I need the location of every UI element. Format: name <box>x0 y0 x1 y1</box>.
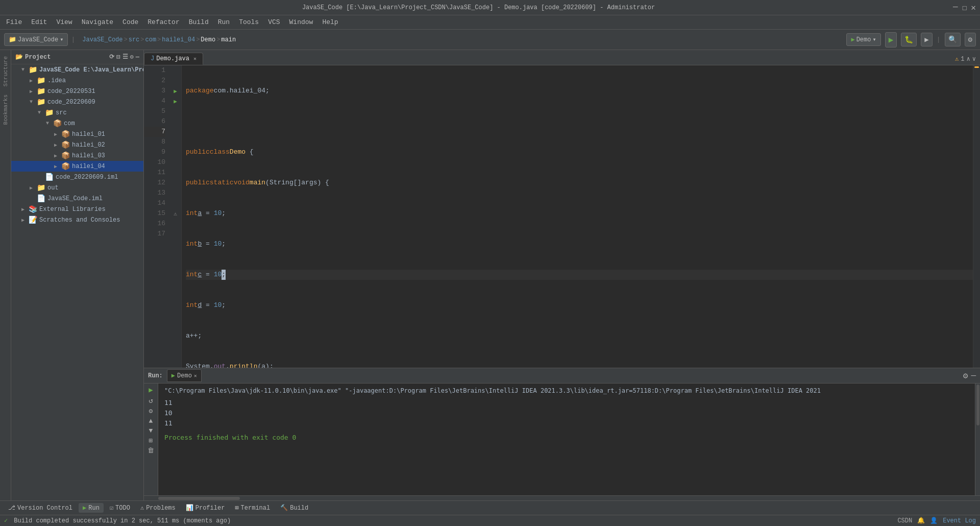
avatar-icon[interactable]: 👤 <box>930 517 938 524</box>
folder-icon: 📁 <box>9 36 16 43</box>
menu-refactor[interactable]: Refactor <box>143 17 183 28</box>
settings-run-icon[interactable]: ⚙ <box>963 371 968 381</box>
menu-view[interactable]: View <box>52 17 76 28</box>
run-tab-demo[interactable]: ▶ Demo ✕ <box>167 369 202 382</box>
run-scrollbar-thumb[interactable] <box>976 385 979 425</box>
run-config-selector[interactable]: ▶ Demo ▾ <box>846 33 880 46</box>
run-wrap-icon[interactable]: ⊞ <box>149 437 153 445</box>
tree-item-ext-libs[interactable]: ▶ 📚 External Libraries <box>11 204 143 214</box>
bottom-tool-terminal[interactable]: ⊞ Terminal <box>231 503 274 513</box>
warning-marker <box>974 66 979 68</box>
bottom-tool-todo[interactable]: ☑ TODO <box>106 503 134 513</box>
build-icon: 🔨 <box>280 504 288 512</box>
notification-icon[interactable]: 🔔 <box>917 517 925 524</box>
title-bar: JavaSE_Code [E:\Java_Learn\Project_CSDN\… <box>0 0 980 15</box>
menu-run[interactable]: Run <box>214 17 234 28</box>
tree-item-code-20220531[interactable]: ▶ 📁 code_20220531 <box>11 86 143 97</box>
csdn-status: CSDN <box>897 517 912 524</box>
run-scroll-down-icon[interactable]: ▼ <box>149 427 153 435</box>
tree-item-javasecode-iml[interactable]: ▶ 📄 JavaSE_Code.iml <box>11 193 143 204</box>
run-button[interactable]: ▶ <box>885 32 897 47</box>
debug-button[interactable]: 🐛 <box>901 33 917 46</box>
tab-bar: J Demo.java ✕ ⚠ 1 ∧ ∨ <box>144 50 980 65</box>
toolbar: 📁 JavaSE_Code ▾ | JavaSE_Code > src > co… <box>0 30 980 50</box>
search-everywhere-button[interactable]: 🔍 <box>945 33 961 46</box>
bottom-tool-run[interactable]: ▶ Run <box>79 503 104 513</box>
tree-item-scratches[interactable]: ▶ 📝 Scratches and Consoles <box>11 214 143 225</box>
terminal-icon: ⊞ <box>235 504 238 512</box>
menu-code[interactable]: Code <box>118 17 142 28</box>
menu-tools[interactable]: Tools <box>235 17 263 28</box>
menu-help[interactable]: Help <box>318 17 342 28</box>
run-output-10: 10 <box>164 408 969 418</box>
menu-edit[interactable]: Edit <box>27 17 51 28</box>
tree-item-code-20220609[interactable]: ▼ 📁 code_20220609 <box>11 97 143 107</box>
run-gutter-3[interactable]: ▶ <box>169 86 181 96</box>
expand-all-icon[interactable]: ☰ <box>122 53 128 61</box>
sync-icon[interactable]: ⟳ <box>109 53 114 61</box>
run-settings-icon[interactable]: ⚙ <box>149 407 153 415</box>
project-selector[interactable]: 📁 JavaSE_Code ▾ <box>4 33 68 46</box>
menu-build[interactable]: Build <box>185 17 213 28</box>
sidebar-header: 📂 Project ⟳ ⊟ ☰ ⚙ — <box>11 50 143 64</box>
menu-vcs[interactable]: VCS <box>264 17 284 28</box>
chevron-down-icon[interactable]: ∨ <box>972 55 976 63</box>
window-controls[interactable]: — ☐ ✕ <box>953 3 976 13</box>
tree-item-out[interactable]: ▶ 📁 out <box>11 182 143 193</box>
menu-navigate[interactable]: Navigate <box>78 17 117 28</box>
bottom-tool-problems[interactable]: ⚠ Problems <box>136 503 180 513</box>
bottom-tool-profiler[interactable]: 📊 Profiler <box>182 503 229 513</box>
code-line-10: System.out.println(a); <box>186 362 973 368</box>
title-text: JavaSE_Code [E:\Java_Learn\Project_CSDN\… <box>4 4 953 11</box>
run-h-scrollbar[interactable] <box>144 495 980 500</box>
event-log-link[interactable]: Event Log <box>943 517 976 524</box>
gear-icon[interactable]: ⚙ <box>130 53 134 61</box>
tree-item-iml[interactable]: ▶ 📄 code_20220609.iml <box>11 172 143 182</box>
run-play-icon[interactable]: ▶ <box>149 386 153 394</box>
maximize-button[interactable]: ☐ <box>962 3 967 13</box>
settings-button[interactable]: ⚙ <box>965 33 976 46</box>
bottom-tool-version-control[interactable]: ⎇ Version Control <box>4 503 77 513</box>
code-line-3: public class Demo { <box>186 147 973 157</box>
profiler-icon: 📊 <box>186 504 193 512</box>
tab-demo-java[interactable]: J Demo.java ✕ <box>144 53 203 65</box>
bottom-tool-build[interactable]: 🔨 Build <box>276 503 312 513</box>
close-icon[interactable]: — <box>136 54 139 61</box>
run-clear-icon[interactable]: 🗑 <box>148 447 154 455</box>
breadcrumb: JavaSE_Code > src > com > hailei_04 > De… <box>82 36 236 43</box>
coverage-button[interactable]: ▶ <box>921 33 932 46</box>
menu-window[interactable]: Window <box>285 17 317 28</box>
close-tab-icon[interactable]: ✕ <box>193 56 197 62</box>
run-scrollbar[interactable] <box>975 384 980 495</box>
code-line-6: int b = 10; <box>186 239 973 249</box>
tree-item-src[interactable]: ▼ 📁 src <box>11 107 143 118</box>
bottom-panel: Run: ▶ Demo ✕ ⚙ — ▶ ↺ <box>144 368 980 500</box>
code-content[interactable]: package com.hailei_04; public class Demo… <box>182 65 973 368</box>
menu-file[interactable]: File <box>2 17 26 28</box>
tree-item-hailei-03[interactable]: ▶ 📦 hailei_03 <box>11 150 143 161</box>
tree-item-root[interactable]: ▼ 📁 JavaSE_Code E:\Java_Learn\Proje... <box>11 64 143 75</box>
run-gutter-4[interactable]: ▶ <box>169 96 181 106</box>
tree-item-hailei-02[interactable]: ▶ 📦 hailei_02 <box>11 139 143 150</box>
side-tab-structure[interactable]: Structure <box>1 52 11 90</box>
run-rerun-icon[interactable]: ↺ <box>149 396 153 405</box>
collapse-all-icon[interactable]: ⊟ <box>116 53 120 61</box>
run-scroll-up-icon[interactable]: ▲ <box>149 417 153 425</box>
tree-item-hailei-01[interactable]: ▶ 📦 hailei_01 <box>11 129 143 139</box>
tree-item-idea[interactable]: ▶ 📁 .idea <box>11 75 143 86</box>
tree-item-hailei-04[interactable]: ▶ 📦 hailei_04 <box>11 161 143 172</box>
close-run-tab-icon[interactable]: ✕ <box>194 373 197 379</box>
run-icon: ▶ <box>83 504 86 512</box>
warn-gutter-15: ⚠ <box>169 208 181 219</box>
close-button[interactable]: ✕ <box>971 3 976 13</box>
minimize-button[interactable]: — <box>953 3 958 13</box>
code-editor[interactable]: 1 2 3 4 5 6 7 8 9 10 11 12 13 14 15 16 1 <box>144 65 980 368</box>
run-process-finished: Process finished with exit code 0 <box>164 433 969 443</box>
side-tab-bookmarks[interactable]: Bookmarks <box>1 90 11 129</box>
minimize-run-icon[interactable]: — <box>971 371 976 380</box>
run-h-scrollbar-thumb[interactable] <box>158 497 240 500</box>
run-side-toolbar: ▶ ↺ ⚙ ▲ ▼ ⊞ 🗑 <box>144 384 158 495</box>
run-output-11-2: 11 <box>164 418 969 428</box>
tree-item-com[interactable]: ▼ 📦 com <box>11 118 143 129</box>
chevron-up-icon[interactable]: ∧ <box>967 55 970 63</box>
